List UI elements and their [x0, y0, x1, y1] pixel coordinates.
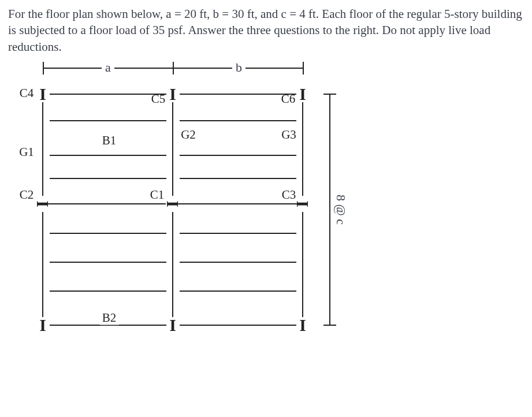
beam-top: [50, 94, 166, 95]
column-icon: I: [299, 315, 306, 335]
beam-mid: [177, 203, 298, 204]
column-icon: I: [169, 315, 176, 335]
column-C5-icon: I: [169, 84, 176, 104]
joist: [180, 155, 296, 156]
beam-bot: [180, 325, 296, 326]
joist: [180, 233, 296, 234]
beam-mid: [47, 203, 166, 204]
joist: [180, 291, 296, 292]
problem-text: For the floor plan shown below, a = 20 f…: [8, 6, 524, 55]
joist: [50, 120, 166, 121]
girder-line: [42, 212, 43, 317]
label-C3: C3: [282, 188, 296, 202]
column-icon: I: [39, 315, 46, 335]
column-C4-icon: I: [39, 84, 46, 104]
label-G2: G2: [181, 128, 196, 142]
dim-label-side: 8 @ c: [333, 195, 348, 225]
label-B1: B1: [100, 133, 119, 148]
dim-line-top: [43, 68, 304, 69]
girder-line: [172, 212, 173, 317]
joist: [50, 155, 166, 156]
joist: [50, 233, 166, 234]
column-C6-icon: I: [299, 84, 306, 104]
joist: [50, 262, 166, 263]
label-C2: C2: [20, 188, 34, 202]
dim-label-a: a: [102, 60, 114, 75]
label-C1: C1: [150, 188, 165, 202]
girder-G3: [302, 102, 303, 196]
girder-line: [302, 212, 303, 317]
beam-top: [180, 94, 296, 95]
joist: [180, 178, 296, 179]
joist: [180, 262, 296, 263]
label-C4: C4: [20, 86, 34, 100]
floor-plan-diagram: a b I I I C4 C5 C6 I I I C2 C1 C3 I I I …: [14, 59, 372, 383]
joist: [180, 120, 296, 121]
label-G1: G1: [19, 145, 34, 159]
girder-G1: [42, 102, 43, 196]
joist: [50, 291, 166, 292]
girder-G2: [172, 102, 173, 196]
label-G3: G3: [281, 128, 296, 142]
label-B2: B2: [100, 311, 119, 325]
dim-label-b: b: [232, 60, 245, 75]
joist: [50, 178, 166, 179]
dim-line-side: [329, 94, 330, 326]
